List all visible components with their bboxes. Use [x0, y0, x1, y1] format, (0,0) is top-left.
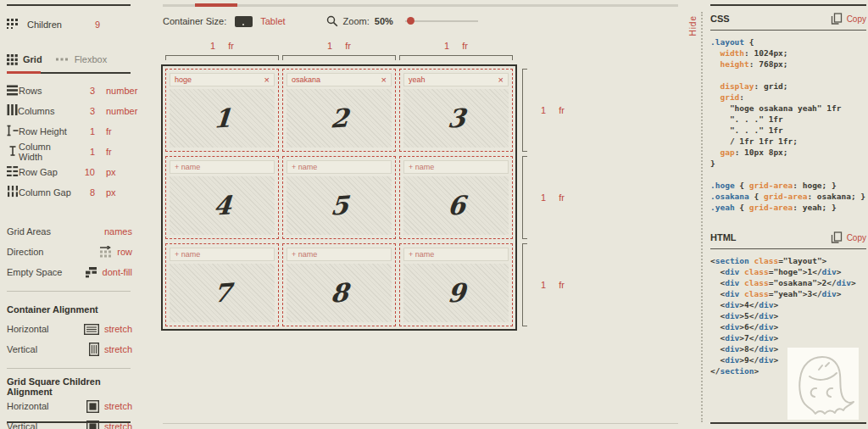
scrollbar-thumb[interactable]	[195, 3, 237, 7]
cell-name-field[interactable]: osakana×	[287, 73, 392, 86]
option-value[interactable]: row	[117, 247, 132, 257]
zoom-slider[interactable]	[405, 20, 478, 22]
option-value[interactable]: stretch	[104, 324, 132, 334]
property-unit[interactable]: number	[95, 86, 132, 96]
property-value[interactable]: 3	[76, 86, 95, 96]
property-unit[interactable]: fr	[95, 147, 132, 157]
grid-cell-8[interactable]: + name8	[282, 243, 396, 326]
zoom-value: 50%	[375, 16, 393, 26]
row-size-label[interactable]: 1fr	[541, 192, 565, 203]
divider	[7, 368, 131, 369]
option-value[interactable]: dont-fill	[103, 267, 132, 277]
cell-name-input[interactable]: + name	[175, 163, 200, 171]
property-value[interactable]: 8	[76, 187, 95, 198]
cell-name-input[interactable]: + name	[292, 163, 317, 171]
close-icon[interactable]: ×	[381, 75, 387, 85]
zoom-slider-thumb[interactable]	[407, 17, 415, 25]
cell-name-input[interactable]: osakana	[292, 75, 320, 84]
column-size-label[interactable]: 1fr	[327, 41, 351, 51]
column-width-icon	[7, 145, 19, 159]
row-size-label[interactable]: 1fr	[541, 280, 565, 290]
option-label: Vertical	[7, 344, 89, 354]
tablet-icon[interactable]	[235, 16, 253, 27]
close-icon[interactable]: ×	[264, 75, 270, 85]
property-unit[interactable]: number	[95, 106, 132, 116]
property-unit[interactable]: px	[95, 187, 132, 198]
property-unit[interactable]: fr	[95, 126, 132, 136]
cell-name-input[interactable]: + name	[409, 250, 434, 259]
code-line: <div class="osakana">2</div>	[710, 277, 866, 288]
cell-name-input[interactable]: hoge	[175, 75, 192, 84]
grid-cell-7[interactable]: + name7	[165, 243, 279, 326]
code-line	[710, 169, 866, 180]
horizontal-scrollbar[interactable]	[163, 4, 678, 7]
align-horizontal-icon	[84, 324, 99, 335]
css-section: CSS Copy .layout { width: 1024px; height…	[710, 8, 866, 213]
active-tab-indicator	[7, 71, 41, 74]
cell-name-input[interactable]: yeah	[409, 75, 426, 84]
row-size-label[interactable]: 1fr	[541, 105, 565, 115]
cell-hatch-area: 6	[403, 176, 509, 235]
grid-cell-1[interactable]: hoge×1	[165, 69, 279, 152]
cell-name-field[interactable]: + name	[287, 160, 392, 174]
property-value[interactable]: 10	[76, 167, 95, 177]
grid-cell-5[interactable]: + name5	[282, 156, 396, 239]
code-line: "hoge osakana yeah" 1fr	[710, 103, 866, 114]
property-value[interactable]: 1	[76, 126, 95, 136]
grid-preview: hoge×1osakana×2yeah×3+ name4+ name5+ nam…	[161, 64, 517, 331]
cell-number: 5	[329, 190, 348, 220]
hide-panel-button[interactable]: Hide	[688, 15, 698, 36]
code-line: .hoge { grid-area: hoge; }	[710, 180, 866, 191]
container-alignment-heading: Container Alignment	[7, 300, 132, 319]
cell-name-field[interactable]: yeah×	[403, 73, 509, 86]
layout-mode-tabs: Grid Flexbox	[7, 50, 132, 69]
children-value[interactable]: 9	[93, 20, 132, 30]
copy-html-button[interactable]: Copy	[831, 231, 866, 243]
canvas-toolbar: Container Size: Tablet Zoom: 50%	[163, 12, 478, 31]
grid-options-list: Grid AreasnamesDirectionrowEmpty Spacedo…	[7, 221, 153, 282]
container-size-value[interactable]: Tablet	[260, 16, 285, 26]
cell-name-field[interactable]: + name	[170, 248, 275, 261]
property-value[interactable]: 1	[76, 147, 95, 157]
cell-name-field[interactable]: hoge×	[170, 73, 275, 86]
cell-name-input[interactable]: + name	[409, 163, 434, 171]
property-row-row-height: Row Height1fr	[7, 121, 132, 142]
empty-space-icon	[86, 266, 97, 278]
children-alignment-list: HorizontalstretchVerticalstretch	[7, 396, 153, 429]
grid-cell-2[interactable]: osakana×2	[282, 69, 396, 152]
divider	[7, 291, 131, 292]
cell-hatch-area: 9	[403, 264, 509, 322]
cell-name-field[interactable]: + name	[403, 248, 509, 261]
cell-name-field[interactable]: + name	[287, 248, 392, 261]
property-row-row-gap: Row Gap10px	[7, 162, 132, 182]
tab-flexbox[interactable]: Flexbox	[56, 54, 108, 64]
option-value[interactable]: stretch	[104, 401, 132, 411]
option-value[interactable]: names	[104, 226, 132, 237]
option-row-direction: Directionrow	[7, 242, 132, 262]
property-value[interactable]: 3	[76, 106, 95, 116]
panel-top-divider	[710, 4, 866, 6]
tab-grid[interactable]: Grid	[7, 54, 42, 65]
canvas-bottom-divider	[163, 423, 678, 424]
code-line: grid:	[710, 92, 866, 103]
cell-name-input[interactable]: + name	[292, 250, 317, 259]
cell-name-field[interactable]: + name	[403, 160, 509, 174]
cell-name-input[interactable]: + name	[175, 250, 200, 259]
grid-cell-4[interactable]: + name4	[165, 156, 279, 239]
html-title: HTML	[710, 232, 737, 242]
column-size-label[interactable]: 1fr	[210, 41, 234, 51]
property-unit[interactable]: px	[95, 167, 132, 177]
option-value[interactable]: stretch	[104, 344, 132, 354]
sidebar-top-divider	[7, 4, 131, 6]
cell-name-field[interactable]: + name	[170, 160, 275, 174]
panel-bottom-divider	[710, 422, 866, 424]
columns-icon	[7, 104, 18, 118]
copy-css-button[interactable]: Copy	[831, 13, 866, 25]
grid-cell-3[interactable]: yeah×3	[399, 69, 513, 152]
column-size-label[interactable]: 1fr	[444, 41, 468, 51]
close-icon[interactable]: ×	[498, 75, 504, 85]
cell-number: 4	[212, 190, 231, 220]
grid-cell-9[interactable]: + name9	[399, 243, 513, 326]
column-gap-icon	[7, 186, 19, 199]
grid-cell-6[interactable]: + name6	[399, 156, 513, 239]
